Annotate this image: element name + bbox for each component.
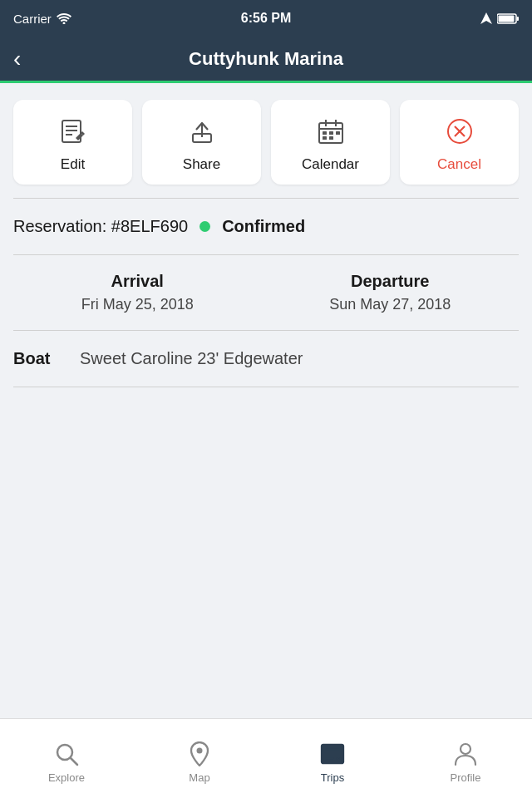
share-icon [185, 115, 219, 148]
edit-button[interactable]: Edit [13, 100, 132, 185]
actions-row: Edit Share [0, 83, 532, 198]
explore-icon [54, 741, 79, 766]
nav-bar: ‹ Cuttyhunk Marina [0, 37, 532, 83]
boat-label: Boat [13, 349, 63, 368]
departure-label: Departure [329, 272, 451, 291]
map-icon [187, 741, 212, 766]
cancel-button[interactable]: Cancel [400, 100, 519, 185]
status-bar: Carrier 6:56 PM [0, 0, 532, 37]
svg-rect-2 [517, 17, 520, 21]
status-right [480, 12, 519, 24]
svg-point-29 [336, 757, 338, 760]
status-carrier: Carrier [13, 12, 71, 26]
arrival-label: Arrival [81, 272, 194, 291]
explore-tab-label: Explore [48, 771, 85, 784]
tab-trips[interactable]: Trips [266, 733, 399, 784]
boat-value: Sweet Caroline 23' Edgewater [80, 349, 303, 368]
boat-row: Boat Sweet Caroline 23' Edgewater [0, 331, 532, 387]
tab-map[interactable]: Map [133, 733, 266, 784]
main-content: Edit Share [0, 83, 532, 718]
svg-line-23 [71, 758, 77, 765]
reservation-id: Reservation: #8ELF690 [13, 217, 188, 236]
svg-point-24 [197, 748, 203, 754]
cancel-label: Cancel [437, 156, 481, 173]
profile-tab-label: Profile [451, 771, 481, 784]
edit-label: Edit [61, 156, 85, 173]
svg-rect-18 [329, 136, 333, 140]
location-arrow-icon [480, 12, 492, 24]
trips-icon [320, 741, 345, 766]
calendar-button[interactable]: Calendar [271, 100, 390, 185]
arrival-col: Arrival Fri May 25, 2018 [81, 272, 194, 313]
tab-explore[interactable]: Explore [0, 733, 133, 784]
page-title: Cuttyhunk Marina [189, 48, 343, 70]
svg-point-30 [339, 757, 342, 760]
status-time: 6:56 PM [241, 11, 291, 26]
edit-icon [57, 115, 90, 148]
cancel-icon [443, 115, 476, 148]
status-dot [200, 221, 210, 232]
svg-rect-17 [323, 136, 327, 140]
reservation-row: Reservation: #8ELF690 Confirmed [0, 199, 532, 254]
svg-marker-0 [480, 12, 492, 24]
departure-col: Departure Sun May 27, 2018 [329, 272, 451, 313]
svg-rect-15 [329, 131, 333, 135]
arrival-value: Fri May 25, 2018 [81, 296, 194, 313]
profile-icon [453, 741, 478, 766]
confirmed-label: Confirmed [222, 217, 305, 236]
svg-rect-14 [323, 131, 327, 135]
dates-section: Arrival Fri May 25, 2018 Departure Sun M… [0, 255, 532, 330]
svg-rect-3 [499, 15, 515, 22]
map-tab-label: Map [189, 771, 209, 784]
share-label: Share [183, 156, 220, 173]
share-button[interactable]: Share [142, 100, 261, 185]
battery-icon [497, 13, 519, 24]
calendar-label: Calendar [302, 156, 359, 173]
tab-bar: Explore Map Trips [0, 718, 532, 798]
calendar-icon [314, 115, 347, 148]
trips-tab-label: Trips [321, 771, 344, 784]
svg-rect-16 [336, 131, 340, 135]
departure-value: Sun May 27, 2018 [329, 296, 451, 313]
tab-profile[interactable]: Profile [399, 733, 532, 784]
wifi-icon [57, 12, 71, 24]
back-button[interactable]: ‹ [13, 46, 21, 72]
divider-4 [13, 387, 519, 387]
svg-point-31 [461, 744, 470, 754]
